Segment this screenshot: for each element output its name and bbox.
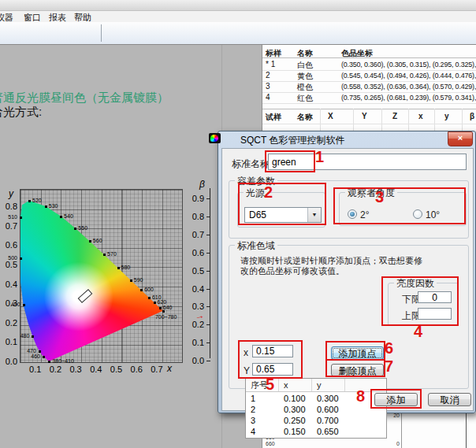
beta-tick-mark xyxy=(206,361,210,361)
standard-coords: (0.735, 0.265), (0.681, 0.239), (0.579, … xyxy=(341,94,476,102)
standard-coords: (0.350, 0.360), (0.305, 0.315), (0.295, … xyxy=(341,61,476,68)
beta-tick-mark xyxy=(206,289,210,290)
annotation-box-7 xyxy=(325,359,385,377)
vertex-row[interactable]: 30.2500.700 xyxy=(246,415,385,426)
gamut-group-label: 标准色域 xyxy=(235,239,277,253)
y-tick-0.7: 0.7 xyxy=(0,221,17,231)
standard-id: 4 xyxy=(266,93,270,102)
beta-tick-0.1: 0.1 xyxy=(186,338,204,347)
cancel-button[interactable]: 取消 xyxy=(428,393,471,406)
locus-point-460 xyxy=(43,356,45,358)
vertex-x: 0.300 xyxy=(284,404,306,415)
annotation-box-3 xyxy=(333,187,466,224)
close-button[interactable]: × xyxy=(448,131,473,146)
y-tick-0.1: 0.1 xyxy=(0,337,17,346)
samples-header-4: Z xyxy=(392,112,397,120)
locus-point-470 xyxy=(39,350,41,353)
vertex-row[interactable]: 40.1500.650 xyxy=(246,426,385,437)
standard-coords: (0.558, 0.352), (0.636, 0.364), (0.570, … xyxy=(341,83,476,91)
beta-tick-mark xyxy=(206,342,210,343)
toolbar-separator xyxy=(101,24,102,42)
locus-point-600 xyxy=(140,289,143,291)
samples-table: 试样名称XYZxyβ xyxy=(262,109,476,132)
locus-point-380~410 xyxy=(48,361,50,363)
samples-table-top-line xyxy=(262,109,476,109)
locus-point-590 xyxy=(130,280,132,282)
samples-header-3: Y xyxy=(362,112,367,120)
samples-header-6: y xyxy=(444,112,449,120)
locus-point-550 xyxy=(74,228,76,230)
locus-point-480 xyxy=(32,335,34,338)
vertex-index: 3 xyxy=(251,415,255,426)
page-title: 普通反光膜昼间色（无金属镀膜） xyxy=(0,91,169,106)
vertex-index: 4 xyxy=(251,426,255,437)
beta-tick-0.7: 0.7 xyxy=(186,230,204,239)
x-tick-0.7: 0.7 xyxy=(149,365,165,374)
table-row[interactable]: 4红色(0.735, 0.265), (0.681, 0.239), (0.57… xyxy=(262,92,476,103)
locus-label-470: 470 xyxy=(27,348,36,354)
beta-tick-mark xyxy=(206,253,210,254)
menu-item-1[interactable]: 仪器 xyxy=(0,12,15,22)
locus-point-520 xyxy=(28,200,31,202)
vertex-index: 2 xyxy=(251,404,255,415)
table-row[interactable]: * 1白色(0.350, 0.360), (0.305, 0.315), (0.… xyxy=(262,59,476,70)
standard-id: 2 xyxy=(266,71,270,80)
vertex-x: 0.250 xyxy=(284,415,306,426)
locus-label-380~410: 380~410 xyxy=(52,358,73,365)
annotation-number-8: 8 xyxy=(356,388,365,404)
locus-point-540 xyxy=(60,216,62,218)
beta-tick-0.9: 0.9 xyxy=(186,194,204,203)
vertex-row[interactable]: 20.3000.600 xyxy=(246,404,385,415)
samples-col-line xyxy=(462,109,463,132)
locus-label-570: 570 xyxy=(107,251,117,257)
gamut-hint-line2: 改的色品坐标可修改该值。 xyxy=(240,265,344,277)
beta-tick-0.3: 0.3 xyxy=(186,302,204,311)
standard-id: 3 xyxy=(266,82,270,91)
locus-point-530 xyxy=(45,205,47,208)
app-window: 仪器窗口报表帮助 ↗ ? SQCT 普通反光膜昼间色（无金属镀膜） 给光方式: … xyxy=(0,0,476,448)
annotation-box-8 xyxy=(370,389,422,409)
locus-point-560 xyxy=(89,240,91,243)
samples-header-1: 名称 xyxy=(297,112,313,123)
table-row[interactable]: 3橙色(0.558, 0.352), (0.636, 0.364), (0.57… xyxy=(262,81,476,92)
y-tick-0.0: 0.0 xyxy=(0,357,17,366)
locus-label-580: 580 xyxy=(121,265,131,271)
menu-item-4[interactable]: 帮助 xyxy=(73,12,93,22)
locus-point-640 xyxy=(159,307,162,309)
annotation-number-4: 4 xyxy=(414,324,422,339)
annotation-number-2: 2 xyxy=(264,184,273,200)
samples-col-line xyxy=(353,109,354,132)
vertex-y: 0.650 xyxy=(317,426,339,437)
spectral-value: 0 xyxy=(381,441,400,447)
beta-tick-mark xyxy=(206,306,210,307)
beta-tick-mark xyxy=(206,198,210,199)
menu-item-3[interactable]: 报表 xyxy=(47,12,68,22)
x-tick-0.1: 0.1 xyxy=(28,365,43,374)
y-tick-0.8: 0.8 xyxy=(0,202,17,211)
locus-label-520: 520 xyxy=(32,198,42,204)
locus-label-510: 510 xyxy=(8,214,17,220)
close-icon: × xyxy=(458,133,463,143)
locus-point-510 xyxy=(20,217,22,219)
annotation-box-4 xyxy=(381,276,459,326)
beta-tick-0.6: 0.6 xyxy=(186,248,204,257)
wavelength-row: 660 xyxy=(266,441,275,447)
annotation-box-6 xyxy=(325,341,385,361)
standard-name: 橙色 xyxy=(297,82,313,93)
annotation-number-3: 3 xyxy=(375,189,384,205)
annotation-box-1 xyxy=(265,150,315,172)
locus-point-570 xyxy=(103,254,106,256)
locus-point-490 xyxy=(23,304,25,306)
vertex-y: 0.700 xyxy=(317,415,339,426)
x-tick-0.2: 0.2 xyxy=(47,365,63,374)
standards-table: 标样名称色品坐标* 1白色(0.350, 0.360), (0.305, 0.3… xyxy=(262,45,476,104)
dialog-sqct-icon xyxy=(209,133,221,143)
y-tick-0.3: 0.3 xyxy=(0,298,17,308)
annotation-number-7: 7 xyxy=(385,358,393,374)
window-titlebar[interactable] xyxy=(0,0,476,11)
vertex-header-y: y xyxy=(312,379,345,391)
x-tick-0.6: 0.6 xyxy=(128,365,144,374)
menu-item-2[interactable]: 窗口 xyxy=(22,12,43,22)
samples-header-2: X xyxy=(328,112,333,120)
table-row[interactable]: 2黄色(0.545, 0.454), (0.494, 0.426), (0.44… xyxy=(262,70,476,81)
